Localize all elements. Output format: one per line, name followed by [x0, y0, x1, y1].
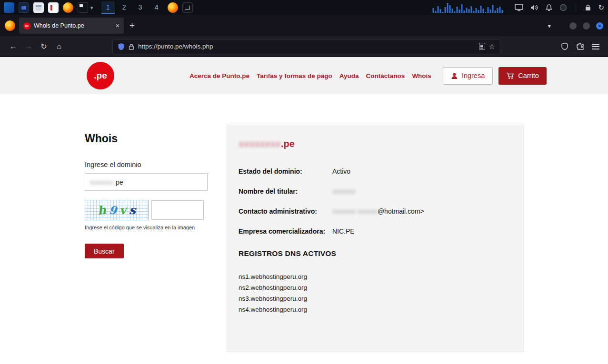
workspace-4[interactable]: 4 [150, 1, 163, 14]
files-app-icon[interactable] [33, 2, 44, 13]
search-button[interactable]: Buscar [85, 244, 124, 258]
captcha-char: s [129, 203, 136, 217]
tab-title: Whois de Punto.pe [34, 22, 112, 29]
login-button[interactable]: Ingresa [443, 67, 493, 85]
dns-record: ns2.webhostingperu.org [239, 282, 512, 293]
app-launcher-icon[interactable] [4, 2, 14, 13]
result-row-titular: Nombre del titular: xxxxxxx [239, 187, 512, 195]
nav-link-acerca[interactable]: Acerca de Punto.pe [189, 72, 249, 79]
system-tray: ↻ [515, 3, 604, 12]
window-app-icon[interactable] [19, 2, 29, 13]
result-domain-suffix: .pe [281, 138, 295, 149]
punto-pe-logo[interactable]: .pe [87, 62, 114, 89]
captcha-char: h [97, 203, 107, 217]
workspace-3[interactable]: 3 [134, 1, 147, 14]
reader-view-icon[interactable] [479, 43, 485, 50]
nav-link-ayuda[interactable]: Ayuda [339, 72, 359, 79]
volume-icon[interactable] [530, 4, 538, 11]
captcha-input[interactable] [151, 200, 204, 220]
dns-section-title: REGISTROS DNS ACTIVOS [239, 249, 512, 258]
row-label: Contacto administrativo: [239, 207, 332, 215]
window-close-button[interactable]: × [596, 22, 603, 30]
row-label: Empresa comercializadora: [239, 227, 332, 235]
page-title: Whois [85, 132, 118, 145]
session-refresh-icon[interactable]: ↻ [598, 3, 604, 12]
nav-link-tarifas[interactable]: Tarifas y formas de pago [257, 72, 332, 79]
window-minimize-button[interactable] [569, 22, 577, 30]
login-button-label: Ingresa [462, 72, 485, 79]
row-value-text: Activo [332, 167, 350, 175]
firefox-icon[interactable] [63, 2, 73, 13]
screen: ▾ 1 2 3 4 [0, 0, 608, 364]
web-page: .pe Acerca de Punto.pe Tarifas y formas … [0, 57, 608, 364]
bookmark-star-icon[interactable]: ☆ [489, 42, 495, 51]
captcha-char: 9 [108, 203, 117, 217]
result-domain-heading: xxxxxxxx.pe [239, 138, 512, 149]
tab-close-icon[interactable]: × [116, 22, 120, 30]
domain-input-suffix: pe [116, 178, 123, 186]
cart-button-label: Carrito [518, 72, 539, 79]
dns-record: ns1.webhostingperu.org [239, 271, 512, 282]
lock-icon[interactable] [585, 4, 591, 11]
audio-visualizer [432, 2, 504, 13]
whois-result-card: xxxxxxxx.pe Estado del dominio: Activo N… [227, 125, 524, 352]
result-rows: Estado del dominio: Activo Nombre del ti… [239, 167, 512, 235]
workspace-switcher: 1 2 3 4 [101, 1, 163, 14]
dns-record: ns3.webhostingperu.org [239, 293, 512, 304]
window-preview-icon[interactable] [182, 2, 193, 13]
tracking-shield-icon[interactable] [118, 43, 125, 50]
back-button[interactable]: ← [6, 39, 21, 54]
forward-button[interactable]: → [21, 39, 36, 54]
nav-link-whois[interactable]: Whois [412, 72, 431, 79]
captcha-hint: Ingrese el código que se visualiza en la… [85, 225, 195, 230]
notifications-bell-icon[interactable] [545, 4, 553, 11]
row-value: NIC.PE [332, 227, 355, 235]
row-label: Nombre del titular: [239, 187, 332, 195]
site-header: .pe Acerca de Punto.pe Tarifas y formas … [0, 57, 608, 94]
reload-button[interactable]: ↻ [36, 39, 51, 54]
row-value-text: @hotmail.com> [378, 207, 424, 215]
firefox-taskbar-icon[interactable] [168, 2, 178, 13]
row-value: xxxxxxx xxxxxx@hotmail.com> [332, 207, 424, 215]
person-icon [451, 72, 458, 79]
cart-icon [506, 72, 514, 79]
taskbar: ▾ 1 2 3 4 [0, 0, 608, 15]
dns-records-list: ns1.webhostingperu.org ns2.webhostingper… [239, 271, 512, 315]
url-bar[interactable]: https://punto.pe/whois.php ☆ [112, 39, 500, 54]
workspace-1[interactable]: 1 [101, 1, 115, 14]
row-value-redacted: xxxxxxx xxxxxx [332, 207, 378, 215]
extensions-puzzle-icon[interactable] [576, 42, 584, 50]
result-row-contacto: Contacto administrativo: xxxxxxx xxxxxx@… [239, 207, 512, 215]
result-domain-redacted: xxxxxxxx [239, 138, 281, 149]
tabbar-right-controls: ▾ × [548, 22, 603, 30]
dns-record: ns4.webhostingperu.org [239, 304, 512, 315]
document-app-icon[interactable] [48, 2, 59, 13]
row-value-redacted: xxxxxxx [332, 187, 356, 195]
display-icon[interactable] [515, 4, 523, 11]
navbar-right-icons [561, 42, 602, 50]
home-button[interactable]: ⌂ [51, 39, 67, 54]
cart-button[interactable]: Carrito [498, 67, 547, 85]
padlock-icon[interactable] [129, 43, 134, 50]
firefox-menu-icon[interactable] [5, 20, 15, 31]
domain-input[interactable]: xxxxxxx pe [85, 173, 208, 191]
nav-link-contactanos[interactable]: Contáctanos [366, 72, 405, 79]
result-row-estado: Estado del dominio: Activo [239, 167, 512, 175]
url-text[interactable]: https://punto.pe/whois.php [138, 43, 475, 50]
list-all-tabs-icon[interactable]: ▾ [548, 22, 551, 30]
protections-shield-icon[interactable] [561, 42, 568, 50]
row-value-text: NIC.PE [332, 227, 355, 235]
terminal-caret-icon[interactable]: ▾ [90, 5, 93, 11]
terminal-icon[interactable] [78, 2, 88, 13]
status-circle-icon[interactable] [559, 4, 567, 11]
captcha-image: h 9 v s [85, 200, 149, 220]
workspace-2[interactable]: 2 [118, 1, 131, 14]
window-maximize-button[interactable] [583, 22, 590, 30]
active-tab[interactable]: pe Whois de Punto.pe × [19, 18, 124, 34]
page-content: Whois Ingrese el dominio xxxxxxx pe h 9 … [0, 94, 608, 364]
browser-tab-bar: pe Whois de Punto.pe × + ▾ × [0, 15, 608, 36]
menu-hamburger-icon[interactable] [592, 44, 599, 49]
new-tab-button[interactable]: + [130, 20, 135, 31]
captcha-char: v [119, 203, 126, 217]
row-label: Estado del dominio: [239, 167, 332, 175]
